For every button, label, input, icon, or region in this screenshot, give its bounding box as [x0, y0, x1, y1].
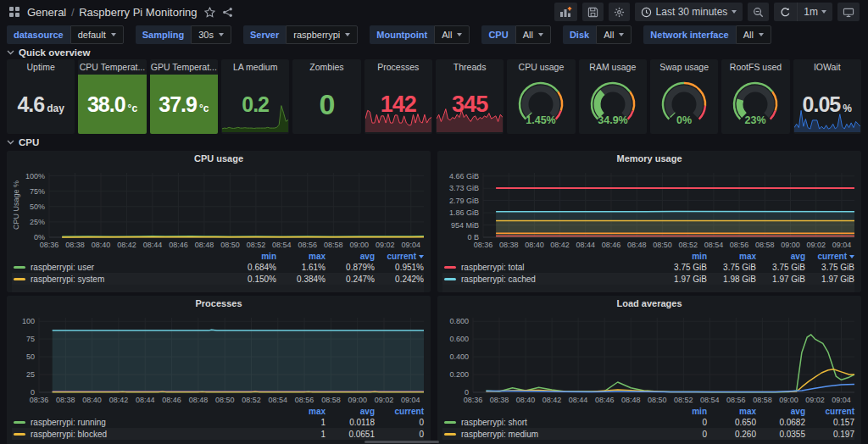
legend-col-max[interactable]: max — [707, 252, 756, 261]
variable-value-dropdown[interactable]: default — [70, 25, 124, 44]
dashboard-settings-button[interactable] — [609, 3, 630, 21]
kiosk-mode-button[interactable] — [837, 3, 860, 21]
panel-title[interactable]: CPU Temperat... — [78, 59, 146, 75]
add-panel-button[interactable] — [554, 3, 577, 21]
legend-col-avg[interactable]: avg — [326, 252, 375, 261]
gauge-value: 1.45% — [526, 114, 556, 126]
variable-value-dropdown[interactable]: All — [515, 25, 551, 44]
chart-canvas[interactable]: 0 B954 MiB1.86 GiB2.79 GiB3.73 GiB4.66 G… — [441, 166, 858, 251]
breadcrumb-title[interactable]: Raspberry Pi Monitoring — [79, 6, 197, 19]
panel-title[interactable]: Threads — [436, 59, 504, 75]
variable-value-dropdown[interactable]: raspberrypi — [286, 25, 358, 44]
stat-panel-swap-usage-gauge: Swap usage0% — [650, 59, 718, 134]
panel-title[interactable]: LA medium — [221, 59, 289, 75]
legend-row: raspberrypi: user0.684%1.61%0.879%0.951% — [12, 261, 424, 273]
svg-text:0.600: 0.600 — [449, 335, 469, 343]
time-range-picker[interactable]: Last 30 minutes — [635, 3, 743, 21]
legend-col-max[interactable]: max — [276, 252, 326, 261]
variables-row: datasourcedefaultSampling30sServerraspbe… — [0, 24, 868, 46]
legend-col-min[interactable]: min — [658, 252, 707, 261]
refresh-interval-dropdown[interactable]: 1m — [797, 3, 832, 21]
svg-text:08:50: 08:50 — [648, 396, 667, 404]
charts-grid: CPU usage0%25%50%75%100%08:3608:3808:400… — [0, 150, 868, 444]
panel-title[interactable]: IOWait — [793, 59, 861, 75]
star-icon[interactable] — [204, 7, 215, 18]
legend-col-current[interactable]: current — [375, 252, 424, 261]
variable-sampling: Sampling30s — [136, 25, 231, 44]
svg-text:08:56: 08:56 — [295, 396, 314, 404]
variable-value-dropdown[interactable]: All — [596, 25, 632, 44]
chevron-down-icon — [345, 33, 350, 36]
panel-title[interactable]: Swap usage — [650, 59, 718, 75]
panel-title[interactable]: RAM usage — [579, 59, 647, 75]
legend-series-name[interactable]: raspberrypi: system — [31, 275, 104, 284]
panel-title[interactable]: CPU usage — [507, 59, 575, 75]
scrollbar-thumb[interactable] — [364, 441, 439, 443]
save-dashboard-button[interactable] — [582, 3, 604, 21]
svg-text:08:56: 08:56 — [726, 396, 746, 404]
variable-value-dropdown[interactable]: 30s — [191, 25, 231, 44]
series-color-swatch — [444, 266, 456, 269]
breadcrumb: General / Raspberry Pi Monitoring — [27, 6, 198, 19]
breadcrumb-folder[interactable]: General — [27, 6, 66, 19]
legend-series-name[interactable]: raspberrypi: total — [461, 263, 524, 272]
variable-disk: DiskAll — [563, 25, 632, 44]
panel-title[interactable]: Processes — [7, 296, 431, 311]
legend-col-max[interactable]: max — [276, 407, 326, 416]
apps-grid-icon[interactable] — [8, 6, 20, 18]
chart-canvas[interactable]: 025507510008:3608:3808:4008:4208:4408:46… — [10, 311, 427, 406]
chart-panel-cpu-usage: CPU usage0%25%50%75%100%08:3608:3808:400… — [7, 151, 431, 292]
zoom-out-button[interactable] — [748, 3, 769, 21]
variable-value-dropdown[interactable]: All — [736, 25, 771, 44]
legend-col-min[interactable]: min — [227, 252, 276, 261]
panel-title[interactable]: Zombies — [292, 59, 360, 75]
section-cpu[interactable]: CPU — [0, 134, 868, 150]
chart-canvas[interactable]: 00.2000.4000.6000.80008:3608:3808:4008:4… — [441, 311, 858, 406]
legend-col-avg[interactable]: avg — [756, 407, 805, 416]
stat-panel-cpu-usage-gauge: CPU usage1.45% — [507, 59, 575, 134]
stat-value-number: 142 — [381, 92, 416, 118]
variable-server: Serverraspberrypi — [243, 25, 358, 44]
legend-series-name[interactable]: raspberrypi: user — [31, 263, 94, 272]
refresh-button[interactable] — [774, 3, 797, 21]
svg-text:08:44: 08:44 — [569, 396, 588, 404]
chevron-down-icon — [7, 50, 14, 55]
svg-text:08:36: 08:36 — [464, 396, 483, 404]
legend-series-name[interactable]: raspberrypi: medium — [461, 430, 538, 439]
section-quick-overview[interactable]: Quick overview — [0, 46, 868, 59]
legend-col-current[interactable]: current — [805, 252, 854, 261]
legend-value: 3.75 GiB — [805, 263, 854, 272]
svg-text:08:52: 08:52 — [247, 241, 266, 249]
panel-title[interactable]: Uptime — [7, 59, 75, 75]
panel-title[interactable]: RootFS used — [721, 59, 789, 75]
panel-title[interactable]: CPU usage — [7, 151, 431, 166]
legend-series-name[interactable]: raspberrypi: cached — [461, 275, 536, 284]
chevron-down-icon — [759, 33, 764, 36]
chart-canvas[interactable]: 0%25%50%75%100%08:3608:3808:4008:4208:44… — [10, 166, 427, 251]
svg-text:09:04: 09:04 — [832, 396, 851, 404]
legend-series-name[interactable]: raspberrypi: short — [461, 418, 527, 427]
variable-value-text: default — [78, 30, 106, 40]
legend-col-avg[interactable]: avg — [756, 252, 805, 261]
legend-header: minmaxavgcurrent — [442, 251, 854, 261]
legend-row: raspberrypi: system0.150%0.384%0.247%0.2… — [12, 273, 424, 285]
legend-series-name[interactable]: raspberrypi: blocked — [31, 430, 107, 439]
panel-title[interactable]: Processes — [364, 59, 432, 75]
legend-header: minmaxavgcurrent — [442, 406, 854, 416]
share-icon[interactable] — [222, 7, 233, 18]
legend-col-min[interactable]: min — [658, 407, 707, 416]
legend-col-current[interactable]: current — [375, 407, 424, 416]
legend-col-avg[interactable]: avg — [326, 407, 375, 416]
panel-title[interactable]: Memory usage — [437, 151, 861, 166]
legend-value: 3.75 GiB — [756, 263, 805, 272]
variable-value-dropdown[interactable]: All — [434, 25, 470, 44]
panel-title[interactable]: GPU Temperat... — [150, 59, 218, 75]
svg-text:08:58: 08:58 — [321, 396, 341, 404]
legend-col-current[interactable]: current — [805, 407, 854, 416]
legend-series-name[interactable]: raspberrypi: running — [31, 418, 106, 427]
panel-title[interactable]: Load averages — [437, 296, 861, 311]
legend-row: raspberrypi: medium00.2600.03550.197 — [442, 428, 854, 440]
series-color-swatch — [14, 278, 25, 280]
legend-col-max[interactable]: max — [707, 407, 756, 416]
legend-row: raspberrypi: cached1.97 GiB1.98 GiB1.97 … — [442, 273, 854, 285]
